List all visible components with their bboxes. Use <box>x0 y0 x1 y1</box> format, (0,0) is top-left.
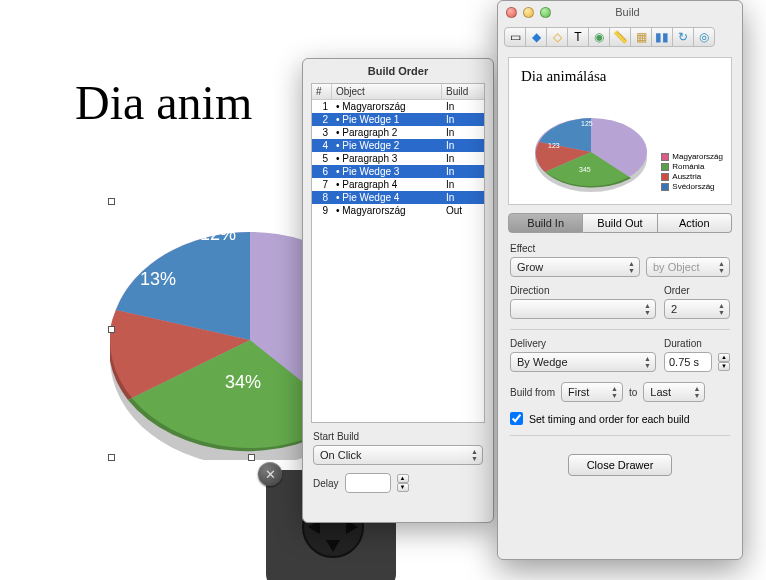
window-minimize-icon[interactable] <box>523 7 534 18</box>
effect-scope-dropdown[interactable]: by Object▲▼ <box>646 257 730 277</box>
build-from-label: Build from <box>510 387 555 398</box>
effect-label: Effect <box>510 243 730 254</box>
delay-field[interactable] <box>345 473 391 493</box>
tab-build-out[interactable]: Build Out <box>583 213 657 233</box>
effect-dropdown[interactable]: Grow▲▼ <box>510 257 640 277</box>
inspector-tabs: ▭ ◆ ◇ T ◉ 📏 ▦ ▮▮ ↻ ◎ <box>498 23 742 51</box>
build-order-row[interactable]: 9• MagyarországOut <box>312 204 484 217</box>
chart-inspector-icon[interactable]: ▮▮ <box>651 27 673 47</box>
preview-pie-chart: 125 123 345 <box>531 108 651 194</box>
build-order-panel: Build Order # Object Build 1• Magyarorsz… <box>302 58 494 523</box>
build-to-dropdown[interactable]: Last▲▼ <box>643 382 705 402</box>
svg-text:123: 123 <box>548 142 560 149</box>
build-order-row[interactable]: 6• Pie Wedge 3In <box>312 165 484 178</box>
legend-item: Svédország <box>661 182 723 191</box>
selection-handle[interactable] <box>108 454 115 461</box>
delivery-label: Delivery <box>510 338 656 349</box>
build-order-row[interactable]: 5• Paragraph 3In <box>312 152 484 165</box>
direction-label: Direction <box>510 285 656 296</box>
legend-item: Magyarország <box>661 152 723 161</box>
table-inspector-icon[interactable]: ▦ <box>630 27 652 47</box>
build-order-row[interactable]: 7• Paragraph 4In <box>312 178 484 191</box>
build-order-table[interactable]: # Object Build 1• MagyarországIn2• Pie W… <box>311 83 485 423</box>
tab-build-in[interactable]: Build In <box>508 213 583 233</box>
svg-text:345: 345 <box>579 166 591 173</box>
build-from-dropdown[interactable]: First▲▼ <box>561 382 623 402</box>
pie-label-13: 13% <box>140 269 176 289</box>
duration-field[interactable]: 0.75 s <box>664 352 712 372</box>
build-from-to-label: to <box>629 387 637 398</box>
preview-legend: MagyarországRomániaAusztriaSvédország <box>661 152 723 192</box>
legend-item: Románia <box>661 162 723 171</box>
delivery-dropdown[interactable]: By Wedge▲▼ <box>510 352 656 372</box>
pie-label-34: 34% <box>225 372 261 392</box>
preview-title: Dia animálása <box>521 68 719 85</box>
close-drawer-button[interactable]: Close Drawer <box>568 454 673 476</box>
build-order-row[interactable]: 8• Pie Wedge 4In <box>312 191 484 204</box>
set-timing-check-input[interactable] <box>510 412 523 425</box>
text-inspector-icon[interactable]: T <box>567 27 589 47</box>
slide-inspector-icon[interactable]: ◆ <box>525 27 547 47</box>
doc-inspector-icon[interactable]: ▭ <box>504 27 526 47</box>
build-order-header: # Object Build <box>312 84 484 100</box>
shape-inspector-icon[interactable]: ◉ <box>588 27 610 47</box>
build-order-row[interactable]: 2• Pie Wedge 1In <box>312 113 484 126</box>
ruler-inspector-icon[interactable]: 📏 <box>609 27 631 47</box>
build-order-row[interactable]: 4• Pie Wedge 2In <box>312 139 484 152</box>
selection-handle[interactable] <box>248 454 255 461</box>
build-order-title: Build Order <box>303 59 493 83</box>
order-dropdown[interactable]: 2▲▼ <box>664 299 730 319</box>
build-preview[interactable]: Dia animálása 125 123 345 MagyarországRo… <box>508 57 732 205</box>
slide-title: Dia anim <box>75 75 252 130</box>
delay-label: Delay <box>313 478 339 489</box>
close-overlay-icon[interactable]: ✕ <box>258 462 282 486</box>
window-zoom-icon[interactable] <box>540 7 551 18</box>
selection-handle[interactable] <box>108 326 115 333</box>
qt-inspector-icon[interactable]: ◎ <box>693 27 715 47</box>
set-timing-checkbox[interactable]: Set timing and order for each build <box>510 412 730 425</box>
build-inspector-icon[interactable]: ◇ <box>546 27 568 47</box>
delay-stepper[interactable]: ▲▼ <box>397 474 409 492</box>
order-label: Order <box>664 285 730 296</box>
start-build-label: Start Build <box>313 431 483 442</box>
pie-label-12: 12% <box>200 224 236 244</box>
legend-item: Ausztria <box>661 172 723 181</box>
build-order-row[interactable]: 3• Paragraph 2In <box>312 126 484 139</box>
svg-text:125: 125 <box>581 120 593 127</box>
duration-label: Duration <box>664 338 730 349</box>
build-order-row[interactable]: 1• MagyarországIn <box>312 100 484 113</box>
direction-dropdown[interactable]: ▲▼ <box>510 299 656 319</box>
build-inspector: Build ▭ ◆ ◇ T ◉ 📏 ▦ ▮▮ ↻ ◎ Dia animálása… <box>497 0 743 560</box>
tab-action[interactable]: Action <box>658 213 732 233</box>
build-inspector-title: Build <box>557 6 698 18</box>
start-build-dropdown[interactable]: On Click▲▼ <box>313 445 483 465</box>
duration-stepper[interactable]: ▲▼ <box>718 353 730 371</box>
link-inspector-icon[interactable]: ↻ <box>672 27 694 47</box>
window-close-icon[interactable] <box>506 7 517 18</box>
selection-handle[interactable] <box>108 198 115 205</box>
